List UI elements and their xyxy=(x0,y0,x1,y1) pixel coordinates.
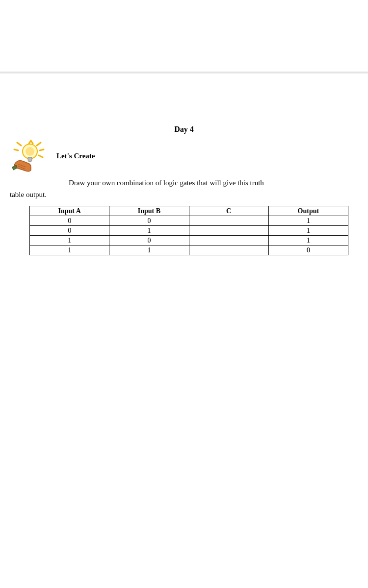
lets-create-row: Let's Create xyxy=(0,139,368,173)
instruction-line-2: table output. xyxy=(10,191,358,199)
top-whitespace-region xyxy=(0,0,368,74)
instruction-block: Draw your own combination of logic gates… xyxy=(0,173,368,199)
col-header-output: Output xyxy=(268,206,348,216)
lightbulb-hand-icon xyxy=(10,139,49,173)
cell: 1 xyxy=(30,236,109,245)
cell: 1 xyxy=(268,216,348,226)
table-row: 0 1 1 xyxy=(30,226,348,236)
cell xyxy=(189,236,268,245)
instruction-line-1: Draw your own combination of logic gates… xyxy=(10,177,358,189)
cell: 1 xyxy=(268,236,348,245)
day-heading: Day 4 xyxy=(0,74,368,134)
cell xyxy=(189,216,268,226)
svg-point-1 xyxy=(26,147,34,156)
lets-create-label: Let's Create xyxy=(56,152,95,160)
cell: 1 xyxy=(30,245,109,255)
cell: 0 xyxy=(268,245,348,255)
col-header-input-a: Input A xyxy=(30,206,109,216)
table-row: 1 1 0 xyxy=(30,245,348,255)
cell: 1 xyxy=(109,245,189,255)
cell: 0 xyxy=(109,216,189,226)
table-row: 1 0 1 xyxy=(30,236,348,245)
table-row: 0 0 1 xyxy=(30,216,348,226)
cell xyxy=(189,245,268,255)
cell xyxy=(189,226,268,236)
cell: 0 xyxy=(109,236,189,245)
cell: 1 xyxy=(268,226,348,236)
cell: 0 xyxy=(30,216,109,226)
table-header-row: Input A Input B C Output xyxy=(30,206,348,216)
truth-table-wrap: Input A Input B C Output 0 0 1 0 1 1 xyxy=(29,206,348,255)
col-header-input-b: Input B xyxy=(109,206,189,216)
cell: 0 xyxy=(30,226,109,236)
truth-table: Input A Input B C Output 0 0 1 0 1 1 xyxy=(29,206,348,255)
cell: 1 xyxy=(109,226,189,236)
col-header-c: C xyxy=(189,206,268,216)
document-page: Day 4 Let's Create Draw your own combina… xyxy=(0,74,368,588)
